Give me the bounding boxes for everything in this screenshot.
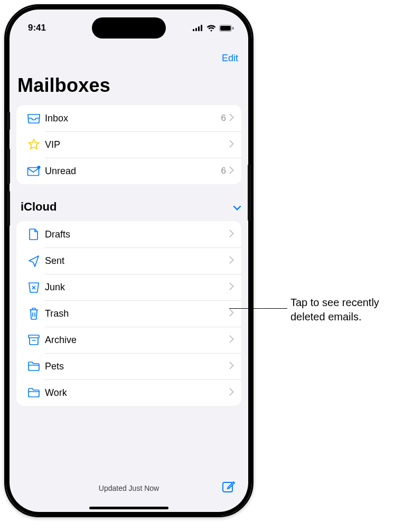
chevron-right-icon — [229, 362, 234, 372]
drafts-icon — [24, 228, 44, 241]
svg-rect-3 — [201, 25, 202, 31]
junk-icon — [24, 281, 44, 293]
chevron-right-icon — [229, 166, 234, 176]
compose-button[interactable] — [221, 480, 236, 497]
side-button — [7, 111, 10, 130]
chevron-right-icon — [229, 388, 234, 398]
toolbar-status: Updated Just Now — [99, 484, 159, 492]
nav-bar: Edit — [6, 44, 252, 72]
chevron-right-icon — [229, 230, 234, 240]
svg-rect-5 — [220, 26, 231, 31]
mailbox-label: Trash — [45, 308, 229, 319]
mailbox-label: Work — [45, 387, 229, 398]
sent-icon — [24, 254, 44, 267]
side-button — [248, 164, 251, 221]
section-title: iCloud — [21, 200, 57, 214]
vip-star-icon — [24, 138, 44, 151]
folder-icon — [24, 361, 44, 372]
mailbox-list-icloud: Drafts Sent Junk Trash — [16, 221, 241, 406]
mailbox-row-archive[interactable]: Archive — [16, 327, 241, 353]
mailbox-row-pets[interactable]: Pets — [16, 353, 241, 379]
mailbox-list-primary: Inbox 6 VIP Unread 6 — [16, 105, 241, 184]
svg-rect-0 — [193, 29, 194, 31]
chevron-down-icon — [233, 200, 241, 214]
home-indicator — [89, 507, 168, 509]
mailbox-count: 6 — [221, 113, 226, 124]
mailbox-row-unread[interactable]: Unread 6 — [16, 158, 241, 184]
section-header-icloud[interactable]: iCloud — [21, 200, 241, 214]
cellular-icon — [193, 25, 203, 31]
battery-icon — [219, 25, 234, 32]
mailbox-label: Pets — [45, 361, 229, 372]
callout-text: Tap to see recently deleted emails. — [290, 296, 407, 324]
mailbox-row-work[interactable]: Work — [16, 379, 241, 406]
mailbox-label: Sent — [45, 255, 229, 267]
chevron-right-icon — [229, 113, 234, 124]
chevron-right-icon — [229, 282, 234, 292]
chevron-right-icon — [229, 140, 234, 150]
chevron-right-icon — [229, 256, 234, 266]
folder-icon — [24, 387, 44, 398]
page-title: Mailboxes — [17, 74, 110, 97]
svg-point-8 — [37, 166, 41, 169]
dynamic-island — [92, 17, 166, 39]
mailbox-label: Archive — [45, 335, 229, 346]
status-icons — [193, 25, 234, 32]
mailbox-label: Junk — [45, 282, 229, 293]
iphone-frame: 9:41 Edit Mailboxes Inbox 6 VIP — [4, 4, 254, 517]
wifi-icon — [207, 25, 216, 32]
edit-button[interactable]: Edit — [222, 53, 238, 64]
mailbox-row-sent[interactable]: Sent — [16, 248, 241, 274]
side-button — [7, 191, 10, 226]
mailbox-label: Drafts — [45, 229, 229, 240]
mailbox-row-drafts[interactable]: Drafts — [16, 221, 241, 248]
mailbox-row-trash[interactable]: Trash — [16, 300, 241, 327]
archive-icon — [24, 334, 44, 346]
unread-envelope-icon — [24, 166, 44, 176]
chevron-right-icon — [229, 309, 234, 319]
svg-rect-2 — [198, 26, 200, 31]
mailbox-row-vip[interactable]: VIP — [16, 131, 241, 158]
bottom-toolbar: Updated Just Now — [6, 476, 252, 501]
side-button — [7, 148, 10, 184]
mailbox-count: 6 — [221, 166, 226, 176]
mailbox-label: VIP — [45, 139, 226, 150]
inbox-icon — [24, 113, 44, 124]
svg-rect-9 — [29, 335, 39, 338]
mailbox-label: Inbox — [45, 113, 221, 124]
mailbox-row-inbox[interactable]: Inbox 6 — [16, 105, 241, 131]
svg-rect-1 — [195, 28, 197, 31]
svg-rect-6 — [232, 27, 234, 30]
chevron-right-icon — [229, 335, 234, 345]
callout-leader-line — [229, 308, 287, 309]
status-time: 9:41 — [28, 23, 46, 33]
mailbox-row-junk[interactable]: Junk — [16, 274, 241, 300]
mailbox-label: Unread — [45, 166, 221, 177]
trash-icon — [24, 307, 44, 320]
